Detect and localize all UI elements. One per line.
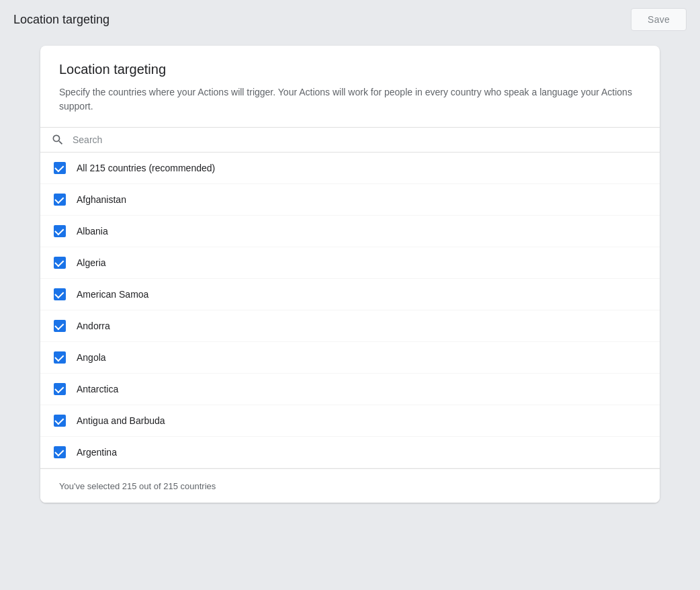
list-item[interactable]: Algeria — [40, 247, 660, 279]
country-name: Algeria — [77, 257, 106, 268]
card-description: Specify the countries where your Actions… — [59, 85, 641, 114]
checkbox[interactable] — [54, 320, 66, 332]
list-item[interactable]: Afghanistan — [40, 184, 660, 216]
country-list: All 215 countries (recommended)Afghanist… — [40, 153, 660, 468]
checkbox[interactable] — [54, 194, 66, 206]
checkbox[interactable] — [54, 351, 66, 364]
checkbox[interactable] — [54, 257, 66, 269]
country-name: Andorra — [77, 321, 110, 331]
top-bar: Location targeting Save — [0, 0, 700, 39]
save-button[interactable]: Save — [631, 8, 687, 31]
country-name: Angola — [77, 352, 106, 363]
checkbox[interactable] — [54, 225, 66, 237]
list-item[interactable]: Andorra — [40, 310, 660, 342]
list-item[interactable]: Argentina — [40, 437, 660, 468]
country-name: Argentina — [77, 447, 117, 458]
location-targeting-card: Location targeting Specify the countries… — [40, 46, 660, 503]
search-input[interactable] — [73, 134, 649, 145]
search-icon — [51, 133, 64, 146]
card-header: Location targeting Specify the countries… — [40, 46, 660, 128]
checkbox[interactable] — [54, 383, 66, 395]
checkbox[interactable] — [54, 288, 66, 300]
list-item[interactable]: Angola — [40, 342, 660, 374]
list-item[interactable]: Antigua and Barbuda — [40, 405, 660, 437]
checkbox[interactable] — [54, 446, 66, 458]
country-name: American Samoa — [77, 289, 148, 300]
country-name: Antarctica — [77, 384, 118, 394]
country-name: Albania — [77, 226, 108, 237]
list-item[interactable]: American Samoa — [40, 279, 660, 310]
list-item[interactable]: Antarctica — [40, 374, 660, 405]
card-title: Location targeting — [59, 62, 641, 77]
main-content: Location targeting Specify the countries… — [0, 39, 700, 523]
country-name: Afghanistan — [77, 194, 126, 205]
checkbox[interactable] — [54, 162, 66, 174]
card-footer: You've selected 215 out of 215 countries — [40, 468, 660, 503]
checkbox[interactable] — [54, 415, 66, 427]
country-name: Antigua and Barbuda — [77, 415, 165, 426]
list-item[interactable]: Albania — [40, 216, 660, 247]
selected-count-text: You've selected 215 out of 215 countries — [59, 481, 216, 491]
page-title: Location targeting — [13, 13, 110, 27]
search-container — [40, 128, 660, 153]
list-item[interactable]: All 215 countries (recommended) — [40, 153, 660, 184]
country-name: All 215 countries (recommended) — [77, 163, 215, 173]
